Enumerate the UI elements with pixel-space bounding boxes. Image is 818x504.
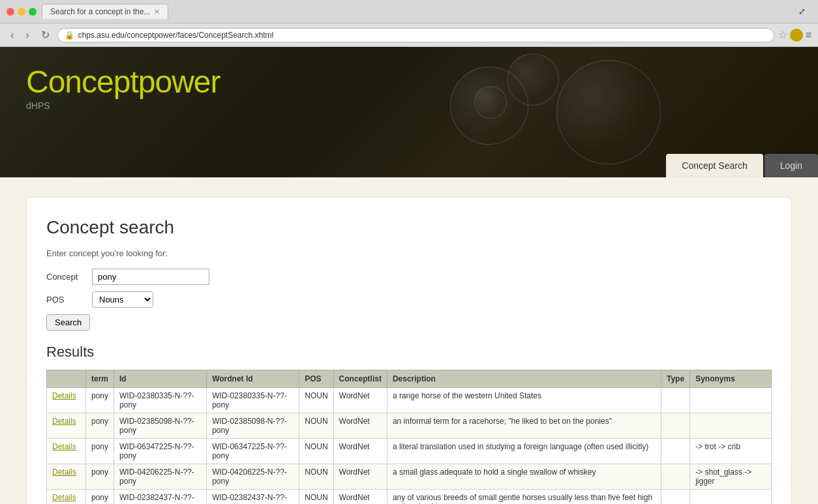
details-link[interactable]: Details bbox=[52, 467, 76, 477]
content-box: Concept search Enter concept you're look… bbox=[26, 197, 792, 504]
close-dot[interactable] bbox=[7, 8, 14, 16]
description-cell: a small glass adequate to hold a single … bbox=[387, 464, 661, 490]
pos-select[interactable]: Nouns Verbs Adjectives Adverbs bbox=[92, 291, 153, 308]
user-avatar[interactable] bbox=[790, 29, 803, 42]
details-link[interactable]: Details bbox=[52, 442, 76, 451]
url-text: chps.asu.edu/conceptpower/faces/ConceptS… bbox=[78, 31, 767, 40]
wordnet-cell: WID-02385098-N-??-pony bbox=[207, 413, 299, 439]
nav-tools: ☆ ≡ bbox=[778, 29, 811, 42]
conceptlist-cell: WordNet bbox=[333, 490, 387, 505]
search-button[interactable]: Search bbox=[46, 314, 90, 331]
logo-text: Conceptpower bbox=[26, 67, 220, 98]
maximize-dot[interactable] bbox=[29, 8, 37, 16]
th-wordnet: Wordnet Id bbox=[207, 370, 299, 388]
description-cell: a literal translation used in studying a… bbox=[387, 439, 661, 464]
bubble-3 bbox=[556, 60, 661, 164]
pos-row: POS Nouns Verbs Adjectives Adverbs bbox=[46, 291, 772, 308]
term-cell: pony bbox=[86, 388, 114, 413]
lock-icon: 🔒 bbox=[65, 31, 74, 40]
form-subtitle: Enter concept you're looking for: bbox=[46, 248, 772, 258]
wordnet-cell: WID-02382437-N-??-pony bbox=[207, 490, 299, 505]
expand-icon[interactable]: ⤢ bbox=[798, 7, 811, 16]
pos-label: POS bbox=[46, 295, 85, 304]
bookmark-icon[interactable]: ☆ bbox=[778, 29, 787, 41]
tab-close-icon[interactable]: ✕ bbox=[154, 8, 160, 16]
synonyms-cell bbox=[690, 413, 772, 439]
results-tbody: Details pony WID-02380335-N-??-pony WID-… bbox=[47, 388, 772, 505]
window-controls bbox=[7, 8, 37, 16]
page-title: Concept search bbox=[46, 217, 772, 238]
details-link[interactable]: Details bbox=[52, 417, 76, 426]
logo-sub: dHPS bbox=[26, 100, 220, 111]
logo: Conceptpower dHPS bbox=[26, 67, 220, 111]
logo-part1: Concept bbox=[26, 65, 138, 99]
th-pos: POS bbox=[299, 370, 333, 388]
details-link[interactable]: Details bbox=[52, 493, 76, 502]
table-row: Details pony WID-06347225-N-??-pony WID-… bbox=[47, 439, 772, 464]
description-cell: an informal term for a racehorse; "he li… bbox=[387, 413, 661, 439]
forward-button[interactable]: › bbox=[22, 28, 33, 42]
logo-part2: power bbox=[138, 65, 220, 99]
details-link[interactable]: Details bbox=[52, 391, 76, 400]
main-content: Concept search Enter concept you're look… bbox=[0, 177, 818, 504]
page-content: Conceptpower dHPS Concept Search Login C… bbox=[0, 47, 818, 504]
concept-row: Concept bbox=[46, 269, 772, 285]
synonyms-cell: -> trot -> crib bbox=[690, 439, 772, 464]
type-cell bbox=[661, 464, 690, 490]
description-cell: any of various breeds of small gentle ho… bbox=[387, 490, 661, 505]
table-row: Details pony WID-02382437-N-??-pony WID-… bbox=[47, 490, 772, 505]
details-cell: Details bbox=[47, 388, 86, 413]
conceptlist-cell: WordNet bbox=[333, 439, 387, 464]
menu-icon[interactable]: ≡ bbox=[806, 29, 811, 41]
minimize-dot[interactable] bbox=[18, 8, 25, 16]
bubble-2 bbox=[507, 53, 559, 106]
description-cell: a range horse of the western United Stat… bbox=[387, 388, 661, 413]
tab-title: Search for a concept in the... bbox=[50, 7, 150, 16]
site-nav: Concept Search Login bbox=[666, 154, 818, 177]
table-row: Details pony WID-02380335-N-??-pony WID-… bbox=[47, 388, 772, 413]
browser-tab[interactable]: Search for a concept in the... ✕ bbox=[42, 4, 168, 19]
id-cell: WID-02385098-N-??-pony bbox=[114, 413, 207, 439]
nav-login[interactable]: Login bbox=[765, 154, 818, 177]
nav-concept-search[interactable]: Concept Search bbox=[666, 154, 763, 177]
th-term: term bbox=[86, 370, 114, 388]
table-header: term Id Wordnet Id POS Conceptlist Descr… bbox=[47, 370, 772, 388]
conceptlist-cell: WordNet bbox=[333, 413, 387, 439]
th-conceptlist: Conceptlist bbox=[333, 370, 387, 388]
reload-button[interactable]: ↻ bbox=[37, 27, 53, 42]
concept-label: Concept bbox=[46, 272, 85, 282]
th-description: Description bbox=[387, 370, 661, 388]
bubble-4 bbox=[474, 86, 507, 119]
header-row: term Id Wordnet Id POS Conceptlist Descr… bbox=[47, 370, 772, 388]
browser-chrome: Search for a concept in the... ✕ ⤢ ‹ › ↻… bbox=[0, 0, 818, 47]
th-synonyms: Synonyms bbox=[690, 370, 772, 388]
type-cell bbox=[661, 413, 690, 439]
address-bar[interactable]: 🔒 chps.asu.edu/conceptpower/faces/Concep… bbox=[57, 28, 774, 42]
table-row: Details pony WID-04206225-N-??-pony WID-… bbox=[47, 464, 772, 490]
results-table: term Id Wordnet Id POS Conceptlist Descr… bbox=[46, 370, 772, 504]
details-cell: Details bbox=[47, 413, 86, 439]
synonyms-cell: -> shot_glass -> jigger bbox=[690, 464, 772, 490]
th-id: Id bbox=[114, 370, 207, 388]
conceptlist-cell: WordNet bbox=[333, 464, 387, 490]
results-title: Results bbox=[46, 344, 772, 361]
id-cell: WID-02382437-N-??-pony bbox=[114, 490, 207, 505]
pos-cell: NOUN bbox=[299, 464, 333, 490]
details-cell: Details bbox=[47, 490, 86, 505]
type-cell bbox=[661, 490, 690, 505]
tab-area: Search for a concept in the... ✕ bbox=[42, 4, 793, 19]
term-cell: pony bbox=[86, 490, 114, 505]
details-cell: Details bbox=[47, 464, 86, 490]
id-cell: WID-04206225-N-??-pony bbox=[114, 464, 207, 490]
wordnet-cell: WID-06347225-N-??-pony bbox=[207, 439, 299, 464]
pos-cell: NOUN bbox=[299, 388, 333, 413]
type-cell bbox=[661, 388, 690, 413]
concept-input[interactable] bbox=[92, 269, 209, 285]
term-cell: pony bbox=[86, 413, 114, 439]
pos-cell: NOUN bbox=[299, 413, 333, 439]
back-button[interactable]: ‹ bbox=[7, 28, 18, 42]
wordnet-cell: WID-04206225-N-??-pony bbox=[207, 464, 299, 490]
term-cell: pony bbox=[86, 464, 114, 490]
synonyms-cell bbox=[690, 490, 772, 505]
wordnet-cell: WID-02380335-N-??-pony bbox=[207, 388, 299, 413]
